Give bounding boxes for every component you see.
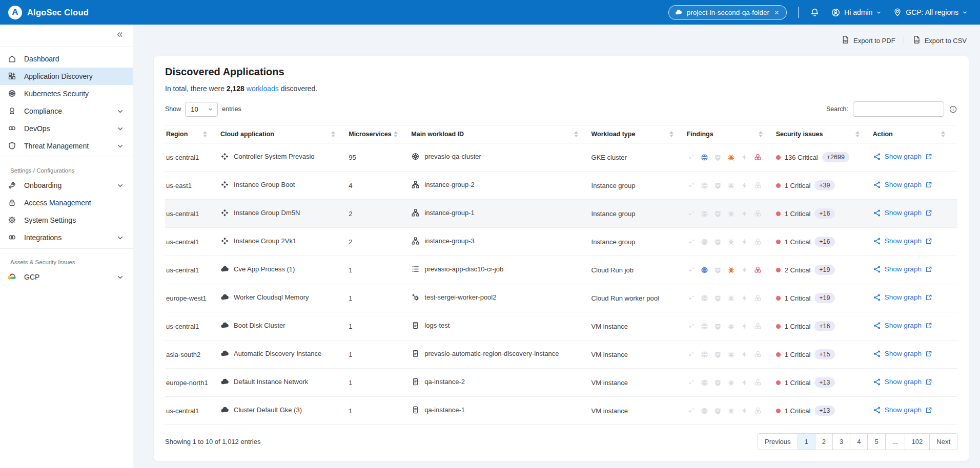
column-header-action[interactable]: Action — [872, 125, 957, 143]
column-header-workload-type[interactable]: Workload type — [590, 125, 686, 143]
region-cell: us-east1 — [165, 172, 219, 200]
sidebar-item-integrations[interactable]: Integrations — [0, 229, 133, 246]
more-issues-badge: +39 — [814, 180, 834, 190]
sidebar: DashboardApplication DiscoveryKubernetes… — [0, 25, 133, 468]
column-header-microservices[interactable]: Microservices — [348, 125, 410, 143]
workload-id: prevasio-app-disc10-cr-job — [424, 265, 503, 273]
application-name: Cve App Process (1) — [234, 265, 295, 273]
column-header-findings[interactable]: Findings — [686, 125, 775, 143]
sidebar-item-kubernetes-security[interactable]: Kubernetes Security — [0, 85, 133, 102]
sidebar-item-access-management[interactable]: Access Management — [0, 194, 133, 211]
share-icon — [873, 181, 881, 189]
findings-cell — [686, 312, 775, 341]
spider-icon — [727, 350, 736, 359]
globe-icon — [700, 322, 709, 331]
user-menu[interactable]: Hi admin — [831, 8, 882, 17]
show-graph-link[interactable]: Show graph — [873, 406, 932, 414]
column-label: Action — [873, 131, 893, 138]
external-link-icon — [925, 294, 932, 301]
workload-type-cell: VM instance — [590, 397, 686, 425]
sidebar-section-label: Settings / Configurations — [0, 160, 133, 177]
show-graph-link[interactable]: Show graph — [873, 350, 932, 358]
sidebar-item-application-discovery[interactable]: Application Discovery — [0, 68, 133, 85]
export-csv-button[interactable]: CSV Export to CSV — [912, 35, 967, 46]
close-icon[interactable] — [773, 9, 780, 16]
shield-icon — [713, 378, 722, 387]
notifications-button[interactable] — [810, 8, 820, 17]
cloud-app-icon — [220, 265, 229, 273]
project-chip-label: project-in-second-qa-folder — [687, 9, 769, 16]
column-header-region[interactable]: Region — [165, 125, 219, 143]
column-header-main-workload-id[interactable]: Main workload ID — [410, 125, 590, 143]
pagination-3[interactable]: 3 — [833, 433, 850, 450]
show-graph-link[interactable]: Show graph — [873, 209, 932, 217]
main-workload-id-cell: prevasio-app-disc10-cr-job — [410, 256, 590, 284]
globe-icon — [700, 181, 709, 190]
microservices-cell: 1 — [348, 397, 410, 425]
region-selector[interactable]: GCP: All regions — [893, 8, 968, 17]
workloads-link[interactable]: workloads — [247, 84, 279, 93]
more-issues-badge: +13 — [814, 377, 834, 388]
globe-icon — [700, 153, 709, 162]
sparkles-icon — [687, 322, 696, 331]
main-workload-id-cell: prevasio-automatic-region-discovery-inst… — [410, 341, 590, 369]
collapse-sidebar-button[interactable] — [116, 31, 124, 40]
project-scope-chip[interactable]: project-in-second-qa-folder — [668, 5, 787, 20]
show-graph-link[interactable]: Show graph — [873, 293, 932, 302]
cloud-app-icon — [220, 406, 229, 414]
more-issues-badge: +2699 — [822, 152, 849, 162]
main-workload-id-cell: logs-test — [410, 312, 590, 341]
export-pdf-label: Export to PDF — [853, 37, 895, 45]
main-workload-id-cell: test-sergei-worker-pool2 — [410, 284, 590, 312]
job-list-icon — [411, 265, 420, 273]
show-graph-link[interactable]: Show graph — [873, 237, 932, 245]
lightning-icon — [740, 350, 749, 359]
sidebar-item-dashboard[interactable]: Dashboard — [0, 50, 133, 68]
pagination-102[interactable]: 102 — [905, 433, 930, 450]
toolbar-divider — [904, 36, 904, 45]
info-icon[interactable] — [949, 105, 957, 114]
show-graph-link[interactable]: Show graph — [873, 378, 932, 386]
spider-icon — [727, 378, 736, 387]
table-row: us-east1Instance Group Boot4instance-gro… — [165, 172, 957, 200]
table-row: asia-south2Automatic Discovery Instance1… — [165, 341, 957, 369]
pagination-[interactable]: ... — [886, 433, 905, 450]
pagination-2[interactable]: 2 — [815, 433, 833, 450]
show-graph-link[interactable]: Show graph — [873, 322, 932, 330]
sidebar-item-onboarding[interactable]: Onboarding — [0, 177, 133, 194]
action-cell: Show graph — [872, 284, 957, 312]
sidebar-item-gcp[interactable]: GCP — [0, 268, 133, 286]
page-size-value: 10 — [191, 105, 198, 113]
lightning-icon — [740, 238, 749, 246]
show-graph-link[interactable]: Show graph — [873, 265, 932, 273]
sidebar-item-compliance[interactable]: Compliance — [0, 102, 133, 120]
critical-count: 1 Critical — [785, 238, 811, 246]
cloud-app-icon — [220, 377, 229, 386]
show-graph-link[interactable]: Show graph — [873, 153, 932, 161]
pagination-previous[interactable]: Previous — [758, 433, 798, 450]
pagination-4[interactable]: 4 — [850, 433, 868, 450]
page-size-select[interactable]: 10 — [185, 102, 218, 117]
sidebar-item-threat-management[interactable]: Threat Management — [0, 137, 133, 155]
sort-icon — [941, 131, 945, 137]
share-icon — [873, 378, 881, 386]
algosec-logo: A — [8, 6, 22, 19]
compliance-icon — [8, 107, 17, 116]
sidebar-section-label: Assets & Security Issues — [0, 252, 133, 268]
sidebar-item-devops[interactable]: DevOps — [0, 120, 133, 137]
show-graph-link[interactable]: Show graph — [873, 181, 932, 189]
column-header-cloud-application[interactable]: Cloud application — [219, 125, 348, 143]
sidebar-item-system-settings[interactable]: System Settings — [0, 211, 133, 229]
sort-icon — [574, 131, 578, 137]
export-pdf-button[interactable]: PDF Export to PDF — [841, 35, 895, 46]
column-header-security-issues[interactable]: Security issues — [775, 125, 872, 143]
page-title: Discovered Applications — [165, 66, 957, 78]
pagination-next[interactable]: Next — [930, 433, 957, 450]
pagination-5[interactable]: 5 — [868, 433, 885, 450]
shield-icon — [713, 407, 722, 415]
search-input[interactable] — [853, 101, 944, 117]
sidebar-item-label: GCP — [24, 273, 39, 281]
share-icon — [873, 237, 881, 245]
vm-instance-icon — [411, 406, 420, 414]
pagination-1[interactable]: 1 — [798, 433, 815, 450]
